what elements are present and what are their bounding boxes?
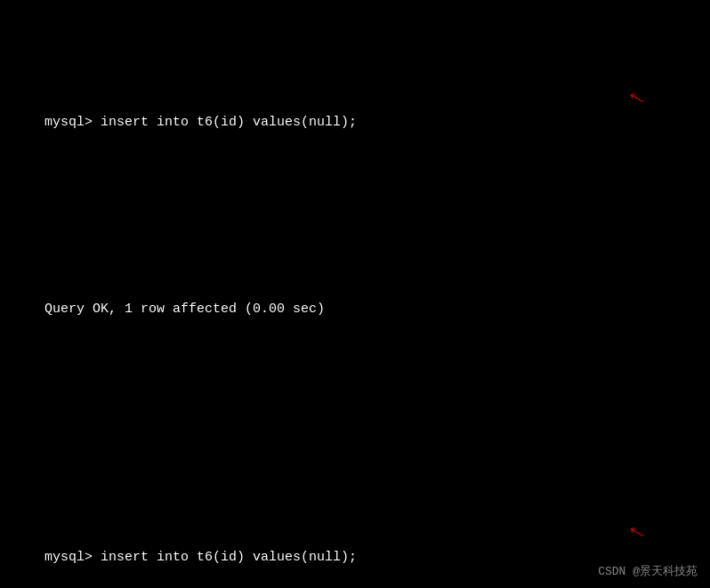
terminal: mysql> insert into t6(id) values(null); …: [0, 0, 710, 588]
line-2: Query OK, 1 row affected (0.00 sec): [12, 278, 698, 340]
arrow-2: ←: [624, 519, 649, 548]
arrow-1: ←: [624, 85, 649, 114]
line-1-text: mysql> insert into t6(id) values(null);: [44, 115, 357, 130]
line-3: [12, 423, 698, 443]
watermark: CSDN @景天科技苑: [598, 563, 698, 579]
line-2-text: Query OK, 1 row affected (0.00 sec): [44, 302, 325, 317]
line-1: mysql> insert into t6(id) values(null); …: [12, 92, 698, 195]
line-4: mysql> insert into t6(id) values(null); …: [12, 526, 698, 588]
line-4-text: mysql> insert into t6(id) values(null);: [44, 550, 357, 565]
